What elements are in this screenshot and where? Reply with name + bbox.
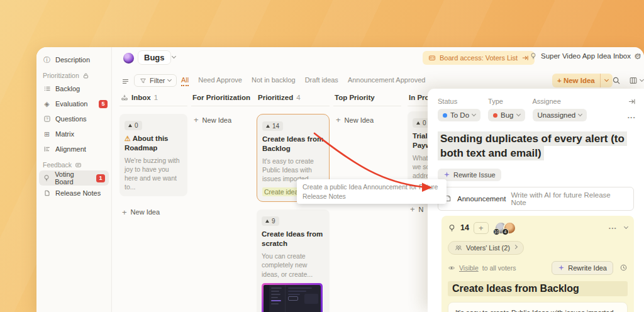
list-icon — [43, 85, 51, 92]
column-header: Inbox 1 — [119, 91, 187, 106]
announcement-row[interactable]: Announcement Write with AI for future Re… — [438, 187, 634, 211]
sidebar-item-label: Description — [55, 56, 90, 64]
status-dropdown[interactable]: To Do — [438, 109, 480, 121]
vote-badge: 0 — [125, 121, 142, 130]
sidebar-section-prioritization[interactable]: Prioritization — [36, 67, 111, 81]
new-idea-row[interactable]: +New Idea — [333, 115, 401, 125]
lock-open-icon — [82, 72, 89, 79]
board-title[interactable]: Bugs — [138, 50, 171, 65]
chevron-right-icon — [513, 245, 518, 249]
tooltip: Create a public Idea Announcement for Fu… — [297, 179, 447, 204]
sidebar-section-feedback[interactable]: Feedback — [36, 157, 111, 170]
rewrite-idea-button[interactable]: Rewrite Idea — [552, 261, 613, 275]
sidebar-item-description[interactable]: ⓘ Description — [36, 52, 111, 67]
voters-list-button[interactable]: Voters' List (2) — [448, 241, 524, 255]
sidebar-item-voting-board[interactable]: Voting Board 1 — [39, 170, 109, 186]
more-options-icon[interactable]: ••• — [628, 114, 636, 120]
column-header: For Prioritization — [191, 91, 257, 106]
history-clock-icon[interactable] — [619, 264, 628, 272]
card-body: You can create completely new ideas, or … — [262, 252, 325, 279]
collapse-panel-icon[interactable] — [628, 98, 636, 106]
visibility-text: to all voters — [482, 264, 516, 272]
sidebar-item-release-notes[interactable]: Release Notes — [36, 186, 111, 201]
people-icon — [455, 244, 462, 252]
tab-need-approve[interactable]: Need Approve — [198, 76, 242, 86]
idea-vote-count: 14 — [460, 223, 469, 232]
column-name: Inbox — [131, 94, 151, 101]
access-badge-icon — [428, 54, 436, 62]
chevron-down-icon — [516, 112, 520, 116]
sidebar-item-matrix[interactable]: ⊞ Matrix — [36, 126, 111, 142]
diamond-icon: ◈ — [43, 101, 51, 108]
column-top-priority: Top Priority +New Idea — [333, 91, 401, 125]
vote-badge: 9 — [262, 216, 279, 226]
more-options-icon[interactable]: ••• — [609, 225, 617, 231]
chevron-down-icon — [167, 77, 172, 82]
funnel-icon — [140, 77, 147, 84]
announcement-hint: Write with AI for future Release Note — [511, 191, 628, 206]
settings-gear-icon[interactable]: ⚙ — [634, 52, 641, 61]
board-access-button[interactable]: Board access: Voters List — [423, 51, 535, 65]
inbox-tray-icon — [121, 94, 128, 101]
avatar[interactable]: 4 — [503, 221, 516, 235]
visibility-link[interactable]: Visible — [459, 264, 479, 272]
chevron-down-icon[interactable] — [172, 54, 176, 58]
sidebar-item-alignment[interactable]: Alignment — [36, 142, 111, 157]
feedback-icon — [75, 162, 82, 169]
idea-title[interactable]: Create Ideas from Backlog — [448, 281, 628, 296]
visibility-row: Visible to all voters Rewrite Idea — [448, 261, 628, 275]
new-idea-row[interactable]: +New Idea — [119, 208, 187, 217]
search-icon[interactable] — [612, 76, 621, 85]
upvote-icon — [128, 124, 132, 127]
new-idea-label: + New Idea — [552, 77, 600, 84]
filter-button[interactable]: Filter — [134, 74, 177, 87]
card-body: We're buzzing with joy to have you here … — [125, 156, 182, 192]
chevron-down-icon[interactable] — [624, 225, 628, 229]
workspace-link[interactable]: Super Video App Idea Inbox — [530, 52, 641, 60]
arrow-bar-right-icon — [521, 54, 529, 62]
sidebar: ⓘ Description Prioritization Backlog ◈ E… — [36, 47, 112, 312]
rewrite-issue-button[interactable]: Rewrite Issue — [438, 169, 501, 181]
board-avatar[interactable] — [123, 53, 134, 64]
type-dropdown[interactable]: Bug — [488, 109, 525, 121]
field-label: Type — [488, 98, 525, 105]
divider — [333, 106, 401, 106]
sidebar-item-backlog[interactable]: Backlog — [36, 81, 111, 96]
tab-all[interactable]: All — [181, 76, 189, 86]
add-voter-button[interactable]: + — [474, 222, 489, 234]
ai-sparkle-icon — [558, 264, 565, 271]
sidebar-section-label: Feedback — [43, 161, 72, 169]
new-idea-row[interactable]: +New Idea — [191, 115, 257, 125]
new-idea-button[interactable]: + New Idea — [552, 74, 613, 87]
divider — [191, 106, 257, 106]
issue-title[interactable]: Sending duplicates of every alert (to bo… — [438, 131, 635, 161]
lightbulb-icon — [43, 174, 50, 182]
divider — [119, 106, 187, 106]
field-type: Type Bug — [488, 98, 525, 121]
tab-draft-ideas[interactable]: Draft ideas — [305, 76, 338, 86]
assignee-dropdown[interactable]: Unassigned — [533, 109, 587, 121]
chevron-down-icon — [578, 112, 582, 116]
card-create-ideas-from-scratch[interactable]: 9 Create Ideas from scratch You can crea… — [257, 209, 330, 312]
voter-avatars[interactable]: 10 4 — [494, 221, 516, 235]
sidebar-item-questions[interactable]: Questions — [36, 111, 111, 126]
new-idea-dropdown[interactable] — [600, 74, 613, 87]
columns-icon — [629, 76, 638, 85]
tab-not-in-backlog[interactable]: Not in backlog — [252, 76, 296, 86]
sidebar-item-label: Evaluation — [55, 100, 87, 108]
sidebar-item-label: Alignment — [55, 145, 86, 153]
workspace-label: Super Video App Idea Inbox — [541, 52, 631, 60]
card-about-this-roadmap[interactable]: 0 ⚠ About this Roadmap We're buzzing wit… — [119, 114, 187, 196]
chevron-down-icon — [472, 112, 476, 116]
view-list-icon[interactable] — [121, 77, 130, 86]
sidebar-item-evaluation[interactable]: ◈ Evaluation 5 — [36, 96, 111, 111]
ai-sparkle-icon — [443, 171, 450, 178]
view-columns-button[interactable] — [629, 76, 643, 85]
column-for-prioritization: For Prioritization +New Idea — [191, 91, 257, 125]
tab-announcement-approved[interactable]: Announcement Approved — [348, 76, 426, 86]
question-icon — [43, 115, 51, 123]
column-inbox: Inbox 1 0 ⚠ About this Roadmap We're buz… — [119, 91, 187, 217]
column-header: Prioritized 4 — [257, 91, 330, 106]
field-row: Status To Do Type Bug Assignee Unassigne… — [438, 98, 635, 121]
sidebar-item-label: Backlog — [55, 85, 80, 92]
